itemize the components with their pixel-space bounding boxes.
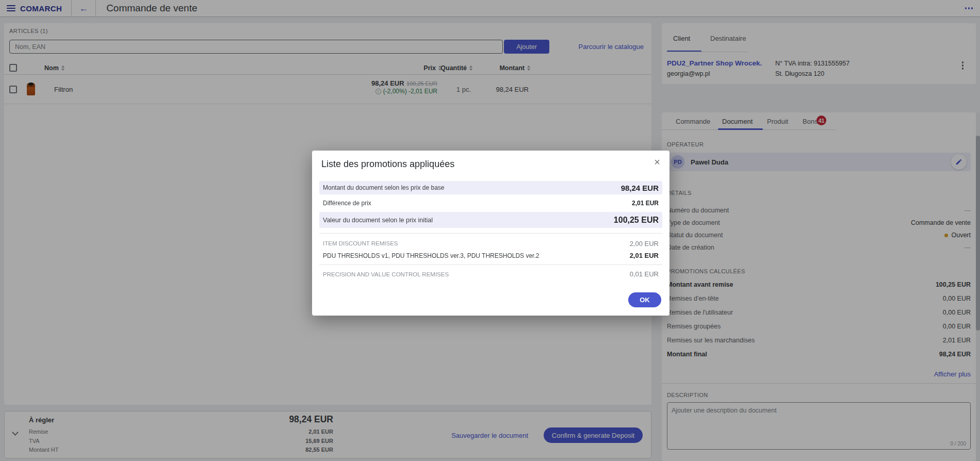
modal-rows: Montant du document selon les prix de ba… <box>319 181 662 281</box>
divider <box>319 233 662 234</box>
modal-row: Valeur du document selon le prix initial… <box>319 212 662 228</box>
modal-row: PDU THRESHOLDS v1, PDU THRESHOLDS ver.3,… <box>319 249 662 262</box>
modal-title: Liste des promotions appliquées <box>321 159 454 170</box>
modal-row: ITEM DISCOUNT REMISES 2,00 EUR <box>319 238 662 249</box>
modal-row: Différence de prix 2,01 EUR <box>319 196 662 210</box>
divider <box>319 265 662 265</box>
ok-button[interactable]: OK <box>628 292 661 307</box>
modal-row: PRECISION AND VALUE CONTROL REMISES 0,01… <box>319 268 662 281</box>
promotions-modal: Liste des promotions appliquées × Montan… <box>312 151 669 316</box>
close-icon[interactable]: × <box>654 157 660 167</box>
modal-row: Montant du document selon les prix de ba… <box>319 181 662 194</box>
